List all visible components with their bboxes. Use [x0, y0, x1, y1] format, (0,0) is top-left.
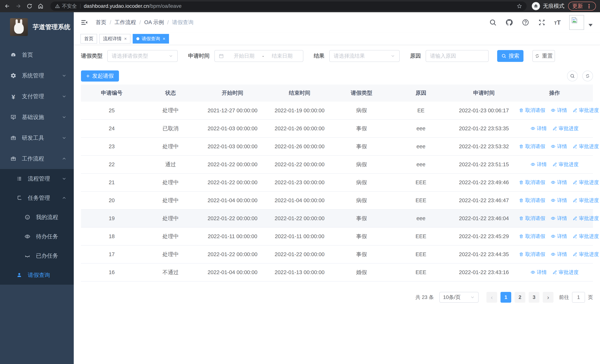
sidebar-item[interactable]: 已办任务: [0, 246, 74, 265]
tab-active[interactable]: 请假查询×: [133, 34, 169, 44]
sidebar-item[interactable]: 研发工具: [0, 128, 74, 148]
avatar-dropdown-caret-icon[interactable]: [589, 24, 593, 27]
sidebar-item[interactable]: 请假查询: [0, 265, 74, 285]
cell-type: 事假: [333, 120, 390, 138]
app-logo[interactable]: 芋道管理系统: [0, 12, 74, 42]
date-range-picker[interactable]: 开始日期 - 结束日期: [214, 50, 303, 62]
browser-menu-update-button[interactable]: 更新 ⋮: [568, 2, 596, 10]
detail-link[interactable]: 详情: [551, 107, 567, 114]
search-icon[interactable]: [489, 19, 497, 26]
page-button[interactable]: 3: [529, 292, 539, 303]
next-page-button[interactable]: ›: [543, 292, 553, 303]
sidebar-item[interactable]: 流程管理: [0, 169, 74, 188]
filter-form: 请假类型 请选择请假类型 申请时间 开始日期 - 结束日期 结果 请选择流结果: [81, 50, 593, 62]
cancel-link[interactable]: 取消请假: [519, 107, 545, 114]
progress-link[interactable]: 审批进度: [572, 143, 599, 150]
cell-start: 2022-01-11 00:00:00: [199, 227, 266, 245]
search-icon: [501, 53, 506, 59]
home-icon[interactable]: [38, 3, 44, 9]
reason-input[interactable]: 请输入原因: [426, 50, 489, 62]
search-icon: [570, 73, 575, 79]
progress-link[interactable]: 审批进度: [552, 269, 579, 276]
edit-icon: [572, 216, 577, 221]
forward-icon[interactable]: [15, 3, 21, 9]
detail-link[interactable]: 详情: [551, 251, 567, 258]
reload-icon[interactable]: [26, 3, 33, 9]
progress-link[interactable]: 审批进度: [572, 107, 599, 114]
close-icon[interactable]: ×: [124, 37, 127, 41]
close-icon[interactable]: ×: [163, 37, 165, 41]
detail-link[interactable]: 详情: [531, 125, 547, 132]
progress-link[interactable]: 审批进度: [552, 161, 579, 168]
cancel-link[interactable]: 取消请假: [519, 215, 545, 222]
sidebar-item[interactable]: 首页: [0, 45, 74, 65]
kebab-menu-icon[interactable]: ⋮: [586, 3, 592, 9]
cancel-link[interactable]: 取消请假: [519, 143, 545, 150]
search-button[interactable]: 搜索: [497, 50, 524, 62]
breadcrumb-separator: /: [139, 19, 141, 26]
sidebar-item[interactable]: 我的流程: [0, 208, 74, 227]
table-body: 25处理中2021-12-27 00:00:002022-01-19 00:00…: [81, 102, 593, 281]
detail-link[interactable]: 详情: [531, 269, 547, 276]
goto-page-input[interactable]: 1: [572, 292, 585, 303]
create-leave-button[interactable]: + 发起请假: [81, 70, 119, 82]
breadcrumb: 首页/工作流程/OA 示例/请假查询: [96, 19, 194, 26]
edit-icon: [572, 234, 577, 239]
cell-applied: 2022-01-22 23:49:46: [451, 173, 516, 191]
detail-link[interactable]: 详情: [531, 161, 547, 168]
page-size-select[interactable]: 10条/页: [439, 292, 479, 303]
detail-link[interactable]: 详情: [551, 233, 567, 240]
page-button[interactable]: 2: [515, 292, 525, 303]
breadcrumb-item[interactable]: OA 示例: [144, 19, 164, 26]
detail-link[interactable]: 详情: [551, 215, 567, 222]
cell-actions: 详情审批进度: [516, 156, 593, 173]
font-size-icon[interactable]: TT: [554, 19, 561, 26]
detail-link[interactable]: 详情: [551, 179, 567, 186]
hamburger-icon[interactable]: [80, 19, 88, 26]
cell-actions: 详情审批进度: [516, 263, 593, 281]
cell-reason: EEE: [390, 227, 452, 245]
refresh-table-button[interactable]: [582, 71, 593, 81]
toggle-search-button[interactable]: [567, 71, 578, 81]
sidebar-item[interactable]: 任务管理: [0, 188, 74, 208]
detail-link[interactable]: 详情: [551, 197, 567, 204]
cancel-link[interactable]: 取消请假: [519, 251, 545, 258]
progress-link[interactable]: 审批进度: [572, 215, 599, 222]
fullscreen-icon[interactable]: [538, 19, 546, 26]
column-header: 申请时间: [451, 84, 516, 102]
detail-link[interactable]: 详情: [551, 143, 567, 150]
sidebar-item[interactable]: 基础设施: [0, 107, 74, 128]
plus-icon: +: [86, 73, 90, 79]
cell-end: 2022-01-22 00:00:00: [266, 245, 333, 263]
progress-link[interactable]: 审批进度: [572, 251, 599, 258]
sidebar-item[interactable]: 工作流程: [0, 148, 74, 169]
reset-button[interactable]: 重置: [532, 50, 555, 62]
breadcrumb-item[interactable]: 工作流程: [114, 19, 136, 26]
cancel-link[interactable]: 取消请假: [519, 233, 545, 240]
tab-item[interactable]: 首页×: [80, 34, 97, 44]
avatar[interactable]: [569, 15, 584, 30]
end-date-placeholder[interactable]: 结束日期: [265, 52, 299, 59]
progress-link[interactable]: 审批进度: [572, 179, 599, 186]
sidebar-item[interactable]: ¥支付管理: [0, 86, 74, 107]
start-date-placeholder[interactable]: 开始日期: [227, 52, 261, 59]
prev-page-button[interactable]: ‹: [487, 292, 497, 303]
progress-link[interactable]: 审批进度: [552, 125, 579, 132]
tab-item[interactable]: 流程详情×: [99, 34, 131, 44]
help-icon[interactable]: [522, 19, 529, 26]
result-select[interactable]: 请选择流结果: [329, 50, 400, 62]
sidebar-item[interactable]: 待办任务: [0, 227, 74, 246]
address-bar[interactable]: 不安全 dashboard.yudao.iocoder.cn/bpm/oa/le…: [50, 1, 527, 11]
breadcrumb-item[interactable]: 首页: [96, 19, 106, 26]
cancel-link[interactable]: 取消请假: [519, 197, 545, 204]
back-icon[interactable]: [4, 3, 10, 9]
github-icon[interactable]: [505, 19, 513, 26]
cancel-link[interactable]: 取消请假: [519, 179, 545, 186]
page-button[interactable]: 1: [500, 292, 511, 303]
sidebar-item[interactable]: 系统管理: [0, 65, 74, 86]
refresh-icon: [534, 53, 540, 59]
bookmark-star-icon[interactable]: [517, 3, 522, 9]
leave-type-select[interactable]: 请选择请假类型: [107, 50, 178, 62]
progress-link[interactable]: 审批进度: [572, 233, 599, 240]
progress-link[interactable]: 审批进度: [572, 197, 599, 204]
